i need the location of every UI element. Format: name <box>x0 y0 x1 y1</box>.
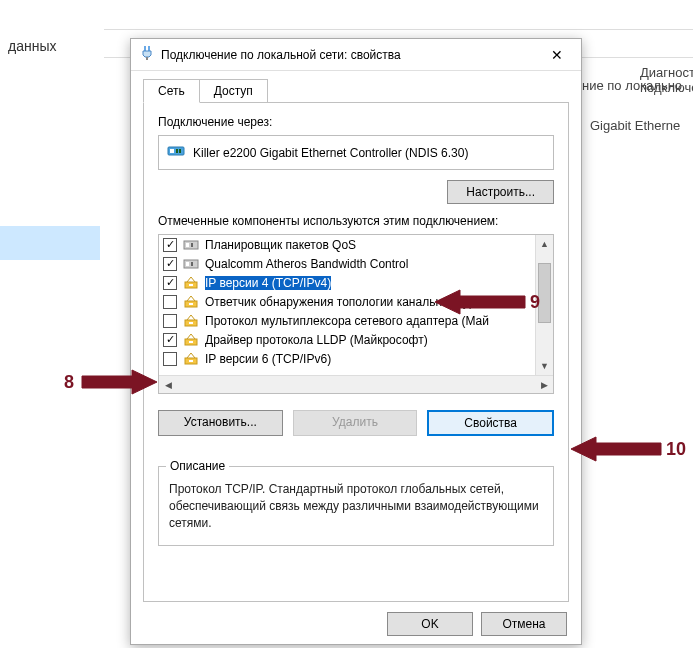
adapter-name: Killer e2200 Gigabit Ethernet Controller… <box>193 146 468 160</box>
network-card-icon <box>167 142 185 163</box>
properties-button[interactable]: Свойства <box>427 410 554 436</box>
vertical-scrollbar[interactable]: ▲ ▼ <box>535 235 553 375</box>
svg-marker-25 <box>571 437 661 461</box>
install-button[interactable]: Установить... <box>158 410 283 436</box>
svg-rect-22 <box>189 360 193 362</box>
component-label: IP версии 6 (TCP/IPv6) <box>205 352 331 366</box>
adapter-box[interactable]: Killer e2200 Gigabit Ethernet Controller… <box>158 135 554 170</box>
scroll-up-icon[interactable]: ▲ <box>536 235 553 253</box>
dialog-button-row: OK Отмена <box>131 602 581 646</box>
svg-rect-9 <box>191 243 193 247</box>
svg-rect-1 <box>148 46 150 51</box>
components-label: Отмеченные компоненты используются этим … <box>158 214 554 228</box>
protocol-icon <box>183 276 199 290</box>
protocol-icon <box>183 333 199 347</box>
component-item[interactable]: Ответчик обнаружения топологии канальног… <box>159 292 535 311</box>
component-label: Ответчик обнаружения топологии канальног… <box>205 295 488 309</box>
component-label: Протокол мультиплексора сетевого адаптер… <box>205 314 489 328</box>
component-checkbox[interactable] <box>163 238 177 252</box>
tab-network[interactable]: Сеть <box>143 79 200 103</box>
component-label: IP версии 4 (TCP/IPv4) <box>205 276 331 290</box>
component-checkbox[interactable] <box>163 295 177 309</box>
component-checkbox[interactable] <box>163 257 177 271</box>
svg-rect-11 <box>186 262 189 266</box>
scroll-right-icon[interactable]: ▶ <box>535 376 553 393</box>
components-listbox[interactable]: Планировщик пакетов QoSQualcomm Atheros … <box>158 234 554 394</box>
svg-rect-20 <box>189 341 193 343</box>
svg-rect-0 <box>144 46 146 51</box>
component-item[interactable]: Qualcomm Atheros Bandwidth Control <box>159 254 535 273</box>
remove-button: Удалить <box>293 410 418 436</box>
scroll-thumb[interactable] <box>538 263 551 323</box>
network-plug-icon <box>139 45 155 64</box>
connection-properties-dialog: Подключение по локальной сети: свойства … <box>130 38 582 645</box>
scroll-left-icon[interactable]: ◀ <box>159 376 177 393</box>
connect-via-label: Подключение через: <box>158 115 554 129</box>
component-label: Драйвер протокола LLDP (Майкрософт) <box>205 333 428 347</box>
component-checkbox[interactable] <box>163 276 177 290</box>
svg-rect-2 <box>146 57 148 60</box>
annotation-number-8: 8 <box>64 372 74 392</box>
dialog-title: Подключение по локальной сети: свойства <box>161 48 535 62</box>
scroll-down-icon[interactable]: ▼ <box>536 357 553 375</box>
svg-rect-4 <box>170 149 174 153</box>
annotation-number-10: 10 <box>666 439 686 459</box>
svg-rect-6 <box>179 149 181 153</box>
component-item[interactable]: IP версии 6 (TCP/IPv6) <box>159 349 535 368</box>
bg-sidebar-text: данных <box>8 38 56 54</box>
svg-rect-18 <box>189 322 193 324</box>
tab-panel-network: Подключение через: Killer e2200 Gigabit … <box>143 102 569 602</box>
component-checkbox[interactable] <box>163 333 177 347</box>
protocol-icon <box>183 295 199 309</box>
bg-right-text-1: ние по локально <box>582 78 682 93</box>
configure-button[interactable]: Настроить... <box>447 180 554 204</box>
horizontal-scrollbar[interactable]: ◀ ▶ <box>159 375 553 393</box>
service-icon <box>183 238 199 252</box>
close-button[interactable]: ✕ <box>535 40 579 70</box>
titlebar[interactable]: Подключение по локальной сети: свойства … <box>131 39 581 71</box>
component-checkbox[interactable] <box>163 314 177 328</box>
tab-access[interactable]: Доступ <box>200 79 268 103</box>
bg-topbar <box>104 0 693 30</box>
svg-rect-8 <box>186 243 189 247</box>
component-label: Планировщик пакетов QoS <box>205 238 356 252</box>
component-item[interactable]: Протокол мультиплексора сетевого адаптер… <box>159 311 535 330</box>
svg-rect-12 <box>191 262 193 266</box>
component-item[interactable]: Планировщик пакетов QoS <box>159 235 535 254</box>
cancel-button[interactable]: Отмена <box>481 612 567 636</box>
bg-sidebar-selection <box>0 226 100 260</box>
component-label: Qualcomm Atheros Bandwidth Control <box>205 257 408 271</box>
svg-rect-16 <box>189 303 193 305</box>
description-label: Описание <box>166 459 229 473</box>
annotation-arrow-10: 10 <box>566 435 693 465</box>
component-item[interactable]: Драйвер протокола LLDP (Майкрософт) <box>159 330 535 349</box>
description-text: Протокол TCP/IP. Стандартный протокол гл… <box>158 466 554 546</box>
component-item[interactable]: IP версии 4 (TCP/IPv4) <box>159 273 535 292</box>
ok-button[interactable]: OK <box>387 612 473 636</box>
service-icon <box>183 257 199 271</box>
close-icon: ✕ <box>551 47 563 63</box>
bg-right-text-2: Gigabit Etherne <box>590 118 680 133</box>
protocol-icon <box>183 352 199 366</box>
protocol-icon <box>183 314 199 328</box>
component-checkbox[interactable] <box>163 352 177 366</box>
svg-rect-14 <box>189 284 193 286</box>
tabs-row: Сеть Доступ <box>143 79 581 103</box>
svg-rect-5 <box>176 149 178 153</box>
